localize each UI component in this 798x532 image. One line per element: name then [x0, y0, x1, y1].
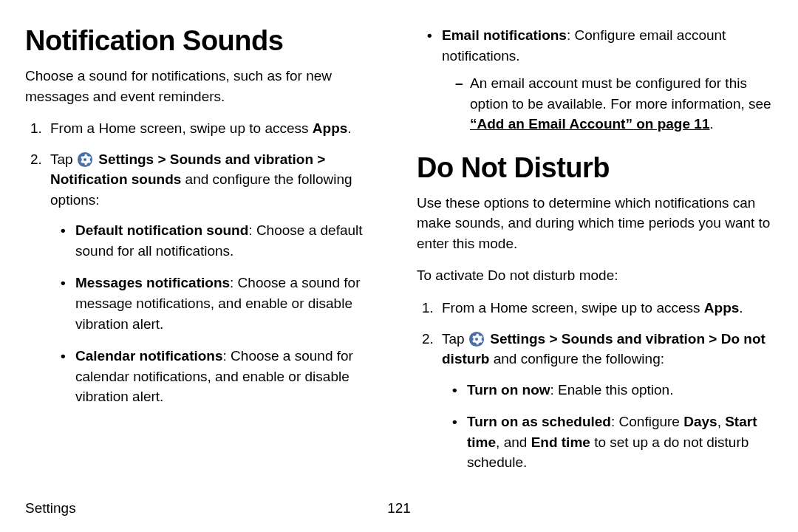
text: and configure the following: [489, 351, 664, 366]
text: : Enable this option. [550, 382, 674, 398]
step-2-right: Tap Settings > Sounds and vibration > Do… [437, 329, 773, 473]
bullet-turn-on-now: Turn on now: Enable this option. [452, 380, 773, 400]
dnd-activate: To activate Do not disturb mode: [417, 265, 773, 286]
page-content: Notification Sounds Choose a sound for n… [0, 0, 798, 492]
bold-text: Email notifications [442, 27, 567, 43]
bullet-turn-on-scheduled: Turn on as scheduled: Configure Days, St… [452, 412, 773, 473]
text: . [739, 300, 743, 316]
options-list-right-top: Email notifications: Configure email acc… [417, 25, 773, 134]
bold-text: Messages notifications [75, 275, 230, 290]
footer-page-number: 121 [387, 498, 411, 519]
steps-list-left: From a Home screen, swipe up to access A… [25, 118, 381, 407]
step-2-left: Tap Settings > Sounds and vibration > No… [46, 149, 381, 407]
bold-text: Turn on now [467, 382, 550, 398]
text: , and [496, 434, 531, 450]
step-1-left: From a Home screen, swipe up to access A… [46, 118, 381, 139]
bold-text: End time [531, 434, 590, 450]
svg-point-3 [475, 338, 478, 341]
bold-text: Days [683, 414, 717, 429]
bold-text: Default notification sound [75, 222, 248, 238]
bullet-email: Email notifications: Configure email acc… [427, 25, 773, 134]
text: . [347, 120, 351, 136]
text: From a Home screen, swipe up to access [442, 300, 704, 316]
text: . [709, 116, 713, 132]
gear-icon [77, 151, 93, 168]
bold-text: Turn on as scheduled [467, 414, 611, 429]
options-list-left: Default notification sound: Choose a def… [50, 220, 381, 406]
page-footer: Settings 121 [25, 498, 773, 519]
text: From a Home screen, swipe up to access [50, 120, 313, 136]
text: Tap [442, 331, 468, 347]
text: , [717, 414, 726, 429]
left-column: Notification Sounds Choose a sound for n… [25, 21, 381, 485]
sub-list: An email account must be configured for … [442, 73, 773, 134]
bold-text: Apps [704, 300, 740, 316]
right-column: Email notifications: Configure email acc… [417, 21, 773, 485]
svg-point-1 [83, 158, 86, 161]
dash-item: An email account must be configured for … [455, 73, 773, 134]
bullet-messages: Messages notifications: Choose a sound f… [61, 273, 381, 334]
intro-paragraph: Choose a sound for notifications, such a… [25, 66, 381, 106]
bullet-default-sound: Default notification sound: Choose a def… [61, 220, 381, 261]
text: : Configure [611, 414, 683, 429]
text: Tap [50, 151, 77, 167]
gear-icon [468, 331, 485, 347]
cross-reference-link[interactable]: “Add an Email Account” on page 11 [470, 116, 709, 132]
bullet-calendar: Calendar notifications: Choose a sound f… [61, 346, 381, 407]
step-1-right: From a Home screen, swipe up to access A… [437, 298, 773, 318]
heading-do-not-disturb: Do Not Disturb [417, 148, 773, 188]
footer-section: Settings [25, 498, 76, 519]
steps-list-right: From a Home screen, swipe up to access A… [417, 298, 773, 473]
options-list-right: Turn on now: Enable this option. Turn on… [442, 380, 773, 473]
bold-text: Apps [313, 120, 348, 136]
bold-text: Calendar notifications [75, 348, 223, 364]
text: An email account must be configured for … [470, 75, 771, 112]
heading-notification-sounds: Notification Sounds [25, 21, 381, 61]
dnd-intro: Use these options to determine which not… [417, 193, 773, 254]
